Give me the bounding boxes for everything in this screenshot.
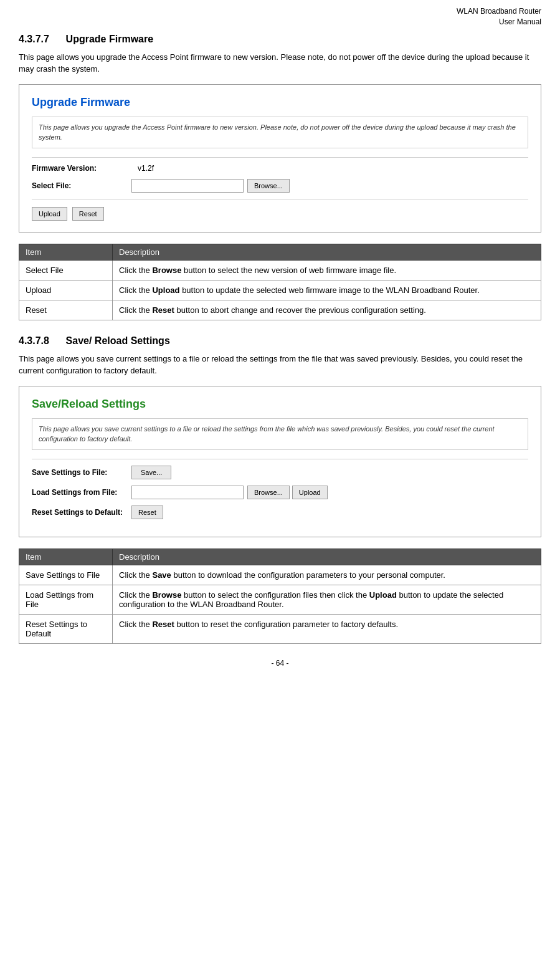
- item-reset-settings: Reset Settings to Default: [19, 614, 113, 643]
- load-settings-input[interactable]: [131, 486, 244, 499]
- page-number: - 64 -: [271, 659, 288, 668]
- reset-settings-label: Reset Settings to Default:: [32, 508, 131, 517]
- save-settings-label: Save Settings to File:: [32, 468, 131, 477]
- upgrade-firmware-screenshot: Upgrade Firmware This page allows you up…: [19, 84, 541, 232]
- table-row: Upload Click the Upload button to update…: [19, 280, 541, 300]
- firmware-description-table: Item Description Select File Click the B…: [19, 244, 541, 320]
- upload-button-firmware[interactable]: Upload: [32, 207, 67, 221]
- section1-heading: 4.3.7.7 Upgrade Firmware: [19, 34, 541, 45]
- table-row: Load Settings from File Click the Browse…: [19, 585, 541, 614]
- desc-save-settings: Click the Save button to download the co…: [113, 565, 541, 585]
- table-row: Reset Click the Reset button to abort ch…: [19, 300, 541, 320]
- section2-heading: 4.3.7.8 Save/ Reload Settings: [19, 335, 541, 347]
- upload-button-settings[interactable]: Upload: [292, 486, 328, 499]
- item-upload: Upload: [19, 280, 113, 300]
- page-footer: - 64 -: [19, 659, 541, 668]
- item-reset: Reset: [19, 300, 113, 320]
- section2-intro: This page allows you save current settin…: [19, 353, 541, 377]
- table-row: Reset Settings to Default Click the Rese…: [19, 614, 541, 643]
- browse-button-settings[interactable]: Browse...: [247, 486, 290, 499]
- header-line1: WLAN Broadband Router: [457, 7, 541, 16]
- upgrade-firmware-desc: This page allows you upgrade the Access …: [32, 117, 528, 148]
- item-load-settings: Load Settings from File: [19, 585, 113, 614]
- desc-reset: Click the Reset button to abort change a…: [113, 300, 541, 320]
- select-file-input[interactable]: [131, 179, 244, 193]
- item-select-file: Select File: [19, 260, 113, 280]
- load-settings-row: Load Settings from File: Browse... Uploa…: [32, 486, 528, 499]
- save-reload-description-table: Item Description Save Settings to File C…: [19, 549, 541, 644]
- reset-settings-row: Reset Settings to Default: Reset: [32, 506, 528, 519]
- save-reload-title: Save/Reload Settings: [32, 398, 528, 411]
- upgrade-firmware-title: Upgrade Firmware: [32, 96, 528, 109]
- table2-col1-header: Item: [19, 549, 113, 565]
- save-settings-row: Save Settings to File: Save...: [32, 466, 528, 479]
- table2-col2-header: Description: [113, 549, 541, 565]
- table-row: Save Settings to File Click the Save but…: [19, 565, 541, 585]
- select-file-row: Select File: Browse...: [32, 179, 528, 193]
- header-line2: User Manual: [499, 17, 541, 26]
- table1-col1-header: Item: [19, 244, 113, 260]
- item-save-settings: Save Settings to File: [19, 565, 113, 585]
- section1-intro: This page allows you upgrade the Access …: [19, 51, 541, 75]
- firmware-action-buttons: Upload Reset: [32, 207, 528, 221]
- desc-load-settings: Click the Browse button to select the co…: [113, 585, 541, 614]
- table-row: Select File Click the Browse button to s…: [19, 260, 541, 280]
- reset-settings-button[interactable]: Reset: [131, 506, 163, 519]
- page-header: WLAN Broadband Router User Manual: [19, 6, 541, 27]
- desc-select-file: Click the Browse button to select the ne…: [113, 260, 541, 280]
- reset-button-firmware[interactable]: Reset: [72, 207, 104, 221]
- desc-reset-settings: Click the Reset button to reset the conf…: [113, 614, 541, 643]
- load-settings-label: Load Settings from File:: [32, 488, 131, 497]
- firmware-version-label: Firmware Version:: [32, 164, 131, 173]
- browse-button-firmware[interactable]: Browse...: [247, 179, 290, 193]
- save-settings-button[interactable]: Save...: [131, 466, 171, 479]
- save-reload-screenshot: Save/Reload Settings This page allows yo…: [19, 386, 541, 537]
- save-reload-desc: This page allows you save current settin…: [32, 418, 528, 450]
- table1-col2-header: Description: [113, 244, 541, 260]
- desc-upload: Click the Upload button to update the se…: [113, 280, 541, 300]
- select-file-label: Select File:: [32, 181, 131, 190]
- firmware-version-value: v1.2f: [138, 164, 154, 173]
- firmware-version-row: Firmware Version: v1.2f: [32, 164, 528, 173]
